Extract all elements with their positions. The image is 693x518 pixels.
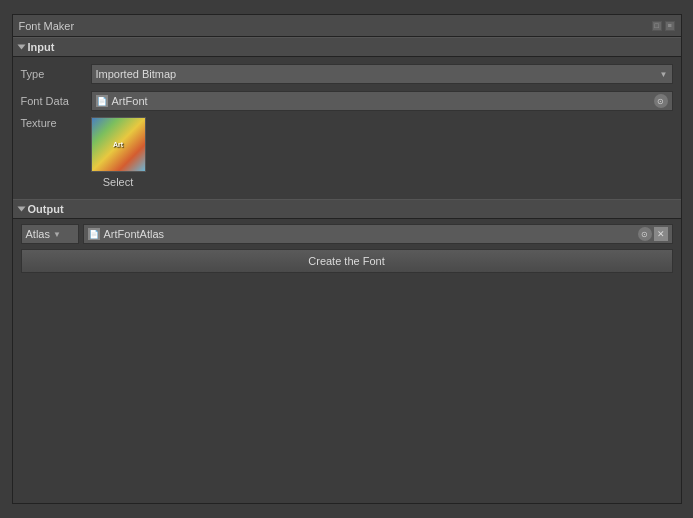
font-data-field[interactable]: 📄 ArtFont ⊙ — [91, 91, 673, 111]
menu-button[interactable]: ≡ — [665, 21, 675, 31]
window-title: Font Maker — [19, 20, 75, 32]
atlas-row: Atlas ▼ 📄 ArtFontAtlas ⊙ ✕ — [13, 219, 681, 249]
input-section: Input Type Imported Bitmap ▼ Font Data — [13, 37, 681, 199]
create-font-button[interactable]: Create the Font — [21, 249, 673, 273]
texture-label: Texture — [21, 117, 91, 129]
create-font-button-label: Create the Font — [308, 255, 384, 267]
output-section-header[interactable]: Output — [13, 199, 681, 219]
font-file-icon: 📄 — [96, 95, 108, 107]
window-content: Input Type Imported Bitmap ▼ Font Data — [13, 37, 681, 503]
atlas-dropdown-arrow-icon: ▼ — [53, 230, 61, 239]
input-section-header[interactable]: Input — [13, 37, 681, 57]
atlas-circle-icon[interactable]: ⊙ — [638, 227, 652, 241]
font-data-row: Font Data 📄 ArtFont ⊙ — [21, 90, 673, 112]
texture-row: Texture Art Select — [21, 117, 673, 188]
type-label: Type — [21, 68, 91, 80]
font-data-label: Font Data — [21, 95, 91, 107]
output-section: Output Atlas ▼ 📄 ArtFontAtlas ⊙ ✕ — [13, 199, 681, 281]
type-dropdown[interactable]: Imported Bitmap ▼ — [91, 64, 673, 84]
atlas-value-text: ArtFontAtlas — [104, 228, 634, 240]
font-data-value-container: 📄 ArtFont ⊙ — [91, 91, 673, 111]
atlas-value-field[interactable]: 📄 ArtFontAtlas ⊙ ✕ — [83, 224, 673, 244]
title-bar-left: Font Maker — [19, 20, 75, 32]
atlas-dropdown[interactable]: Atlas ▼ — [21, 224, 79, 244]
texture-thumbnail[interactable]: Art — [91, 117, 146, 172]
input-section-title: Input — [28, 41, 55, 53]
title-bar: Font Maker □ ≡ — [13, 15, 681, 37]
font-maker-window: Font Maker □ ≡ Input Type Imported Bitma… — [12, 14, 682, 504]
font-data-circle-icon[interactable]: ⊙ — [654, 94, 668, 108]
atlas-file-icon: 📄 — [88, 228, 100, 240]
type-dropdown-value: Imported Bitmap — [96, 68, 177, 80]
atlas-end-icons: ⊙ ✕ — [638, 227, 668, 241]
font-data-text: ArtFont — [112, 95, 650, 107]
minimize-button[interactable]: □ — [652, 21, 662, 31]
dropdown-arrow-icon: ▼ — [660, 70, 668, 79]
texture-thumbnail-text: Art — [113, 140, 123, 148]
output-section-title: Output — [28, 203, 64, 215]
empty-area — [13, 281, 681, 503]
texture-area: Art Select — [91, 117, 146, 188]
output-collapse-triangle-icon — [17, 207, 25, 212]
texture-thumbnail-preview: Art — [92, 118, 145, 171]
select-label[interactable]: Select — [103, 176, 134, 188]
type-value-container: Imported Bitmap ▼ — [91, 64, 673, 84]
type-row: Type Imported Bitmap ▼ — [21, 63, 673, 85]
input-section-body: Type Imported Bitmap ▼ Font Data 📄 — [13, 57, 681, 199]
atlas-close-icon[interactable]: ✕ — [654, 227, 668, 241]
collapse-triangle-icon — [17, 45, 25, 50]
title-bar-icons: □ ≡ — [652, 21, 675, 31]
atlas-dropdown-label: Atlas — [26, 228, 50, 240]
